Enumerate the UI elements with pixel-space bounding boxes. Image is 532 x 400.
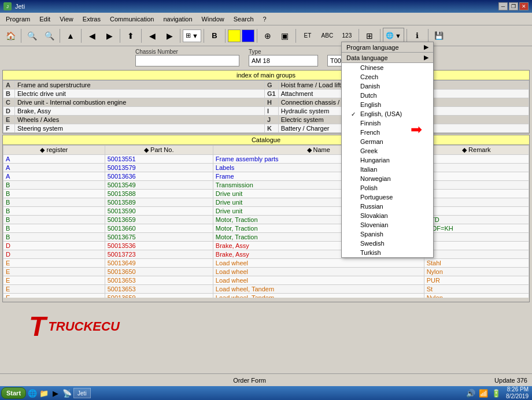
cat-partno: 50013649 — [105, 259, 213, 268]
catalogue-row[interactable]: A 50013636 Frame — [3, 172, 529, 181]
main-groups-row[interactable]: D Brake, Assy I Hydraulic system — [3, 107, 529, 116]
cat-reg: B — [3, 190, 105, 198]
catalogue-row[interactable]: A 50013551 Frame assembly parts — [3, 155, 529, 164]
tool-back[interactable]: ▲ — [62, 28, 79, 44]
menu-program[interactable]: Program — [1, 13, 35, 25]
catalogue-row[interactable]: E 50013653 Load wheel PUR — [3, 276, 529, 285]
cat-remark — [424, 233, 529, 242]
catalogue-row[interactable]: B 50013659 Motor, Traction STD — [3, 216, 529, 224]
catalogue-row[interactable]: B 50013660 Motor, Traction MOF=KH — [3, 224, 529, 233]
tool-et[interactable]: ET — [298, 28, 317, 44]
main-groups-row[interactable]: C Drive unit - Internal combustion engin… — [3, 98, 529, 107]
start-button[interactable]: Start — [1, 387, 26, 399]
menu-search[interactable]: Search — [229, 13, 258, 25]
data-language-item[interactable]: Data language ▶ — [342, 53, 433, 63]
tool-icon2[interactable]: ▣ — [277, 28, 293, 44]
language-item[interactable]: Hungarian — [342, 155, 433, 165]
program-language-item[interactable]: Program language ▶ — [342, 42, 433, 53]
tool-prev[interactable]: ◀ — [84, 28, 100, 44]
main-groups-row[interactable]: F Steering system K Battery / Charger — [3, 124, 529, 133]
menu-edit[interactable]: Edit — [35, 13, 55, 25]
tool-left[interactable]: ◀ — [144, 28, 160, 44]
taskbar-sys-icon1[interactable]: 🔊 — [466, 388, 476, 398]
language-item[interactable]: Italian — [342, 165, 433, 174]
language-item[interactable]: Swedish — [342, 239, 433, 248]
language-item[interactable]: Polish — [342, 183, 433, 192]
close-button[interactable]: ✕ — [519, 2, 529, 10]
taskbar-ie-icon[interactable]: 🌐 — [27, 388, 38, 398]
catalogue-row[interactable]: E 50013659 Load wheel, Tandem Nylon — [3, 294, 529, 298]
menu-navigation[interactable]: navigation — [158, 13, 197, 25]
tool-zoom-out[interactable]: 🔍 — [24, 28, 40, 44]
check-mark: ✓ — [351, 111, 358, 117]
main-groups-row[interactable]: A Frame and superstructure G Hoist frame… — [3, 81, 529, 90]
type-input[interactable] — [249, 55, 318, 66]
tool-bold[interactable]: B — [206, 28, 223, 44]
catalogue-row[interactable]: E 50013649 Load wheel Stahl — [3, 259, 529, 268]
catalogue-row[interactable]: E 50013653 Load wheel, Tandem St — [3, 285, 529, 294]
catalogue-scroll[interactable]: ◆ register ◆ Part No. ◆ Name ◆ Remark A … — [3, 145, 529, 298]
language-item[interactable]: German — [342, 137, 433, 146]
language-item[interactable]: ✓English, (USA) — [342, 109, 433, 118]
catalogue-row[interactable]: B 50013588 Drive unit V — [3, 190, 529, 198]
language-item[interactable]: Greek — [342, 146, 433, 155]
cat-partno: 50013660 — [105, 224, 213, 233]
main-groups-row[interactable]: E Wheels / Axles J Electric system — [3, 116, 529, 124]
tool-next[interactable]: ▶ — [101, 28, 117, 44]
cat-remark: Nylon — [424, 294, 529, 298]
menu-extras[interactable]: Extras — [78, 13, 105, 25]
language-item[interactable]: French — [342, 128, 433, 137]
menu-communication[interactable]: Communication — [105, 13, 158, 25]
language-item[interactable]: Turkish — [342, 248, 433, 257]
catalogue-row[interactable]: B 50013549 Transmission — [3, 181, 529, 190]
tool-up[interactable]: ⬆ — [123, 28, 139, 44]
catalogue-row[interactable]: B 50013589 Drive unit Vu — [3, 198, 529, 207]
language-item[interactable]: Danish — [342, 82, 433, 91]
restore-button[interactable]: ❐ — [509, 2, 518, 10]
separator10 — [295, 29, 296, 43]
language-item[interactable]: Portuguese — [342, 192, 433, 202]
catalogue-row[interactable]: B 50013675 Motor, Traction — [3, 233, 529, 242]
taskbar-sys-icon3[interactable]: 🔋 — [491, 388, 501, 398]
catalogue-row[interactable]: E 50013650 Load wheel Nylon — [3, 268, 529, 276]
row-col1: C — [3, 98, 15, 107]
taskbar-network-icon[interactable]: 📡 — [62, 388, 72, 398]
window-controls[interactable]: ─ ❐ ✕ — [498, 2, 529, 10]
language-item[interactable]: Norwegian — [342, 174, 433, 183]
catalogue-row[interactable]: A 50013579 Labels — [3, 164, 529, 172]
tool-yellow[interactable] — [228, 29, 241, 42]
language-item[interactable]: Slovakian — [342, 211, 433, 220]
main-groups-row[interactable]: B Electric drive unit G1 Attachment — [3, 90, 529, 98]
taskbar-sys-icon2[interactable]: 📶 — [478, 388, 489, 398]
language-item[interactable]: Finnish — [342, 118, 433, 128]
language-item[interactable]: Slovenian — [342, 220, 433, 229]
catalogue-row[interactable]: D 50013723 Brake, Assy — [3, 250, 529, 259]
minimize-button[interactable]: ─ — [498, 2, 508, 10]
tool-icon1[interactable]: ⊕ — [260, 28, 276, 44]
tool-right[interactable]: ▶ — [161, 28, 178, 44]
tool-home[interactable]: 🏠 — [2, 28, 19, 44]
tool-zoom-in[interactable]: 🔍 — [41, 28, 57, 44]
taskbar-app-jeti[interactable]: Jeti — [73, 388, 91, 398]
watermark-text: TRUCKECU — [48, 319, 119, 334]
language-item[interactable]: Spanish — [342, 229, 433, 239]
tool-blue[interactable] — [242, 29, 254, 42]
taskbar-media-icon[interactable]: ▶ — [50, 388, 61, 398]
tool-abc[interactable]: ABC — [318, 28, 337, 44]
language-item[interactable]: Dutch — [342, 91, 433, 100]
language-name: Finnish — [360, 120, 380, 127]
menu-help[interactable]: ? — [258, 13, 271, 25]
language-item[interactable]: Chinese — [342, 63, 433, 72]
catalogue-row[interactable]: B 50013590 Drive unit Vu — [3, 207, 529, 216]
language-item[interactable]: Russian — [342, 202, 433, 211]
chassis-input[interactable] — [135, 55, 239, 66]
separator7 — [204, 29, 204, 43]
language-item[interactable]: Czech — [342, 72, 433, 82]
menu-window[interactable]: Window — [197, 13, 229, 25]
language-item[interactable]: English — [342, 100, 433, 109]
catalogue-row[interactable]: D 50013536 Brake, Assy — [3, 242, 529, 250]
taskbar-folder-icon[interactable]: 📁 — [39, 388, 49, 398]
tool-dropdown[interactable]: ⊞ ▼ — [183, 29, 201, 42]
menu-view[interactable]: View — [55, 13, 78, 25]
cat-partno: 50013675 — [105, 233, 213, 242]
